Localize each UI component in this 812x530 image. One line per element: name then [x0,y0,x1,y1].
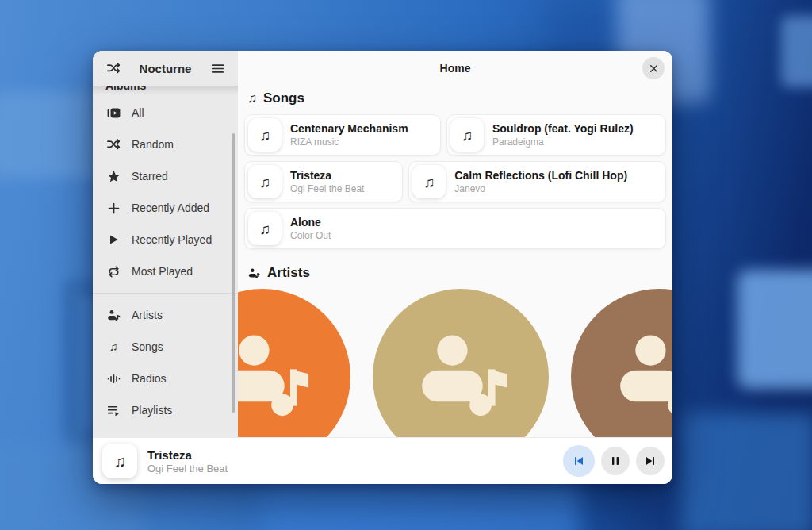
sidebar-item[interactable]: Radios [93,363,238,394]
pause-icon[interactable] [601,447,630,475]
app-window: Nocturne Albums All [93,51,672,484]
sidebar-item[interactable]: Artists [93,299,238,331]
plus-icon [105,201,121,216]
song-artist: Color Out [290,230,331,241]
artist-avatar-icon [408,289,513,438]
sidebar: Nocturne Albums All [93,51,238,438]
player-bar: ♫ Tristeza Ogi Feel the Beat [93,437,672,484]
song-card-text: Centenary Mechanism RIZA music [290,122,408,148]
desktop-wallpaper: Nocturne Albums All [0,0,812,530]
songs-card-list: ♫ Centenary Mechanism RIZA music ♫ Sould… [244,114,666,249]
song-title: Souldrop (feat. Yogi Rulez) [492,122,634,135]
artist-avatar[interactable] [238,289,350,438]
artists-section-header: Artists [247,265,663,281]
wallpaper-shape [781,16,812,87]
library-icon [105,106,121,121]
song-title: Calm Reflections (Lofi Chill Hop) [454,169,627,182]
player-track-artist: Ogi Feel the Beat [147,463,228,474]
music-note-icon: ♫ [247,92,257,105]
sidebar-item-label: Songs [132,340,163,353]
song-card[interactable]: ♫ Souldrop (feat. Yogi Rulez) Paradeigma [446,114,666,156]
song-card-text: Tristeza Ogi Feel the Beat [290,169,364,194]
music-note-icon: ♫ [248,212,282,245]
song-card-text: Souldrop (feat. Yogi Rulez) Paradeigma [492,122,634,148]
songs-section-title: Songs [263,90,304,106]
artists-section-title: Artists [267,265,310,281]
menu-button[interactable] [206,57,228,79]
sidebar-divider [93,293,238,294]
song-card-text: Alone Color Out [290,216,331,241]
song-card[interactable]: ♫ Tristeza Ogi Feel the Beat [244,161,403,202]
sidebar-item-label: Radios [132,372,167,385]
main-header: Home [238,51,672,86]
artist-avatar-icon [607,289,672,438]
sidebar-item-label: Artists [132,309,163,321]
artists-avatar-list [238,289,666,438]
app-title: Nocturne [128,62,203,75]
previous-icon[interactable] [563,445,595,477]
sidebar-item-label: Starred [132,170,168,182]
shuffle-button[interactable] [102,57,124,79]
radio-icon [105,371,121,386]
sidebar-scrollbar[interactable] [232,133,235,413]
artist-avatar[interactable] [373,289,549,438]
sidebar-item[interactable]: Most Played [93,255,238,287]
song-artist: Janevo [454,183,627,194]
repeat-icon [105,264,121,279]
close-icon [645,63,661,74]
song-artist: Ogi Feel the Beat [290,183,364,194]
artist-avatar-icon [238,289,315,438]
next-icon[interactable] [636,447,665,475]
player-controls [563,445,665,477]
playlist-icon [105,403,121,418]
music-note-icon: ♫ [102,444,137,478]
music-note-icon: ♫ [105,341,121,352]
page-title: Home [440,62,471,75]
song-title: Tristeza [290,169,364,182]
song-card-text: Calm Reflections (Lofi Chill Hop) Janevo [454,169,627,194]
shuffle-icon [105,137,121,152]
player-track-info: Tristeza Ogi Feel the Beat [147,448,228,474]
sidebar-item-label: Playlists [132,404,172,417]
sidebar-header: Nocturne [93,51,238,86]
close-button[interactable] [642,57,665,79]
main-content: ♫ Songs ♫ Centenary Mechanism RIZA music [238,90,672,438]
wallpaper-shape [680,413,812,530]
music-note-icon: ♫ [248,165,282,198]
main-area: Home ♫ Songs ♫ Centenary Mecha [238,51,672,438]
music-note-icon: ♫ [248,118,282,152]
sidebar-item-label: All [132,106,144,119]
music-note-icon: ♫ [450,118,484,152]
sidebar-nav-albums: All Random Starred [93,97,238,287]
sidebar-item-label: Recently Added [132,202,209,214]
artist-icon [247,267,261,280]
sidebar-item-label: Most Played [132,265,193,278]
artist-icon [105,308,121,323]
sidebar-item[interactable]: Starred [93,160,238,192]
song-title: Centenary Mechanism [290,122,408,135]
sidebar-nav-library: Artists ♫ Songs Radios [93,299,238,426]
sidebar-item[interactable]: All [93,97,238,129]
sidebar-item[interactable]: Recently Played [93,224,238,255]
music-note-icon: ♫ [412,165,446,198]
sidebar-item[interactable]: ♫ Songs [93,331,238,363]
sidebar-item-label: Recently Played [132,233,212,246]
song-artist: Paradeigma [492,136,634,148]
menu-icon [209,61,225,76]
song-card[interactable]: ♫ Alone Color Out [244,208,666,249]
sidebar-scroll-area: Albums All Random [93,86,238,438]
song-card[interactable]: ♫ Calm Reflections (Lofi Chill Hop) Jane… [408,161,666,202]
song-title: Alone [290,216,331,229]
sidebar-item[interactable]: Recently Added [93,192,238,224]
play-icon [105,233,121,246]
shuffle-icon [105,61,121,76]
wallpaper-shape [737,270,812,389]
sidebar-item[interactable]: Random [93,129,238,160]
artist-avatar[interactable] [571,289,672,438]
songs-section-header: ♫ Songs [247,90,663,106]
sidebar-item[interactable]: Playlists [93,394,238,426]
sidebar-item-label: Random [132,138,174,151]
player-track-title: Tristeza [147,448,228,462]
song-artist: RIZA music [290,136,408,148]
song-card[interactable]: ♫ Centenary Mechanism RIZA music [244,114,441,156]
